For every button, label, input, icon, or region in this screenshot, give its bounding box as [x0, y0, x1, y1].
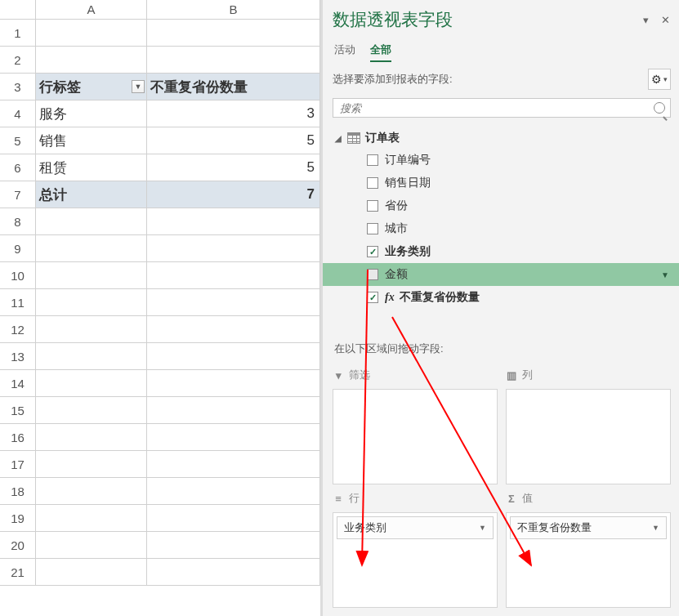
cell-B4[interactable]: 3 — [147, 100, 320, 127]
field-item-4[interactable]: ✓业务类别 — [333, 240, 671, 263]
values-dropzone[interactable]: 不重复省份数量 ▼ — [506, 512, 671, 608]
panel-menu-icon[interactable]: ▾ — [640, 14, 651, 26]
values-item-label: 不重复省份数量 — [517, 520, 592, 535]
cell-A5[interactable]: 销售 — [36, 127, 147, 154]
cell-B17[interactable] — [147, 451, 320, 478]
cell-B13[interactable] — [147, 343, 320, 370]
cell-A20[interactable] — [36, 532, 147, 559]
cell-A9[interactable] — [36, 235, 147, 262]
row-header-20[interactable]: 20 — [0, 532, 36, 559]
field-checkbox[interactable] — [367, 223, 378, 234]
rows-item[interactable]: 业务类别 ▼ — [337, 516, 494, 539]
field-item-3[interactable]: 城市 — [333, 217, 671, 240]
cell-B19[interactable] — [147, 505, 320, 532]
field-item-1[interactable]: 销售日期 — [333, 172, 671, 194]
cell-A1[interactable] — [36, 20, 147, 47]
filter-dropzone[interactable] — [333, 389, 498, 484]
row-header-18[interactable]: 18 — [0, 478, 36, 505]
search-input[interactable] — [338, 101, 654, 115]
row-header-5[interactable]: 5 — [0, 127, 36, 154]
row-header-11[interactable]: 11 — [0, 289, 36, 316]
cell-B21[interactable] — [147, 559, 320, 586]
field-checkbox[interactable] — [367, 200, 378, 212]
row-header-6[interactable]: 6 — [0, 154, 36, 181]
cell-B1[interactable] — [147, 20, 320, 47]
panel-tabs: 活动 全部 — [334, 39, 671, 62]
rows-dropzone[interactable]: 业务类别 ▼ — [333, 512, 498, 608]
cell-A18[interactable] — [36, 478, 147, 505]
chevron-down-icon[interactable]: ▼ — [661, 270, 669, 279]
cell-A3[interactable]: 行标签▼ — [36, 74, 147, 100]
row-labels-filter-button[interactable]: ▼ — [132, 80, 145, 93]
values-item[interactable]: 不重复省份数量 ▼ — [510, 516, 667, 539]
cell-B15[interactable] — [147, 397, 320, 424]
select-all-corner[interactable] — [0, 0, 36, 20]
cell-B3[interactable]: 不重复省份数量 — [147, 74, 320, 100]
field-search[interactable] — [333, 98, 671, 118]
chevron-down-icon: ▼ — [652, 524, 659, 532]
tab-active[interactable]: 活动 — [334, 39, 355, 62]
field-checkbox[interactable] — [367, 269, 378, 280]
columns-dropzone[interactable] — [506, 389, 671, 484]
cell-B2[interactable] — [147, 47, 320, 74]
field-item-2[interactable]: 省份 — [333, 194, 671, 217]
tab-all[interactable]: 全部 — [370, 39, 391, 62]
cell-A6[interactable]: 租赁 — [36, 154, 147, 181]
row-header-16[interactable]: 16 — [0, 424, 36, 451]
field-checkbox[interactable] — [367, 154, 378, 166]
row-header-19[interactable]: 19 — [0, 505, 36, 532]
cell-B7[interactable]: 7 — [147, 181, 320, 208]
row-header-13[interactable]: 13 — [0, 343, 36, 370]
field-checkbox[interactable] — [367, 177, 378, 189]
cell-A15[interactable] — [36, 397, 147, 424]
row-header-8[interactable]: 8 — [0, 208, 36, 235]
cell-B18[interactable] — [147, 478, 320, 505]
cell-A16[interactable] — [36, 424, 147, 451]
cell-A8[interactable] — [36, 208, 147, 235]
cell-A2[interactable] — [36, 47, 147, 74]
close-icon[interactable]: ✕ — [659, 14, 671, 26]
cell-B11[interactable] — [147, 289, 320, 316]
cell-A17[interactable] — [36, 451, 147, 478]
col-header-B[interactable]: B — [147, 0, 320, 20]
row-header-21[interactable]: 21 — [0, 559, 36, 586]
cell-A4[interactable]: 服务 — [36, 100, 147, 127]
table-node[interactable]: ◢ 订单表 — [333, 127, 671, 149]
row-header-17[interactable]: 17 — [0, 451, 36, 478]
cell-A10[interactable] — [36, 262, 147, 289]
row-header-15[interactable]: 15 — [0, 397, 36, 424]
col-header-A[interactable]: A — [36, 0, 147, 20]
cell-B6[interactable]: 5 — [147, 154, 320, 181]
field-checkbox[interactable]: ✓ — [367, 292, 378, 303]
cell-A14[interactable] — [36, 370, 147, 397]
layout-gear-button[interactable]: ⚙ ▾ — [648, 69, 671, 90]
cell-B8[interactable] — [147, 208, 320, 235]
cell-A7[interactable]: 总计 — [36, 181, 147, 208]
cell-B12[interactable] — [147, 316, 320, 343]
field-checkbox[interactable]: ✓ — [367, 246, 378, 257]
cell-A12[interactable] — [36, 316, 147, 343]
collapse-icon[interactable]: ◢ — [334, 134, 342, 143]
field-item-5[interactable]: 金额▼ — [323, 263, 679, 286]
cell-B10[interactable] — [147, 262, 320, 289]
cell-A19[interactable] — [36, 505, 147, 532]
row-header-12[interactable]: 12 — [0, 316, 36, 343]
cell-B20[interactable] — [147, 532, 320, 559]
cell-B14[interactable] — [147, 370, 320, 397]
field-item-0[interactable]: 订单编号 — [333, 149, 671, 172]
cell-A11[interactable] — [36, 289, 147, 316]
row-header-3[interactable]: 3 — [0, 74, 36, 100]
row-header-10[interactable]: 10 — [0, 262, 36, 289]
cell-A13[interactable] — [36, 343, 147, 370]
row-header-2[interactable]: 2 — [0, 47, 36, 74]
row-header-4[interactable]: 4 — [0, 100, 36, 127]
row-header-1[interactable]: 1 — [0, 20, 36, 47]
row-header-7[interactable]: 7 — [0, 181, 36, 208]
cell-B9[interactable] — [147, 235, 320, 262]
row-header-14[interactable]: 14 — [0, 370, 36, 397]
cell-B16[interactable] — [147, 424, 320, 451]
cell-B5[interactable]: 5 — [147, 127, 320, 154]
cell-A21[interactable] — [36, 559, 147, 586]
row-header-9[interactable]: 9 — [0, 235, 36, 262]
field-item-6[interactable]: ✓fx不重复省份数量 — [333, 286, 671, 309]
